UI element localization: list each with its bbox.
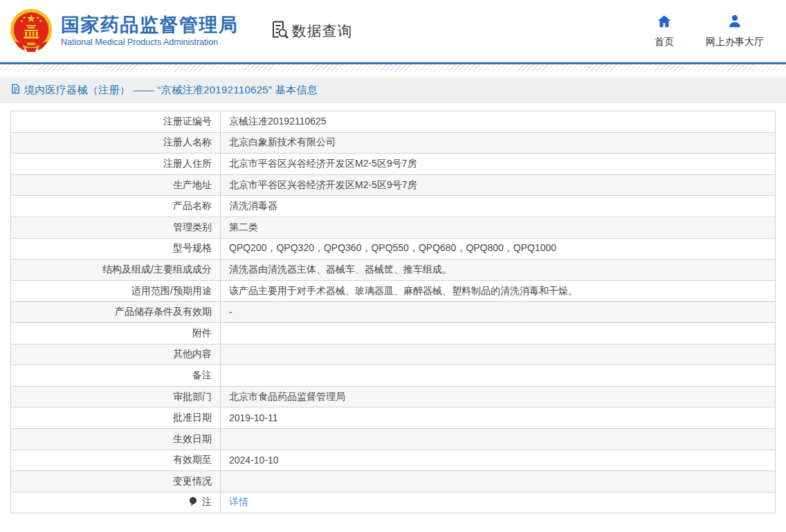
row-value: QPQ200，QPQ320，QPQ360，QPQ550，QPQ680，QPQ80… (229, 242, 556, 253)
document-icon (10, 84, 21, 97)
table-row: 产品名称 清洗消毒器 (11, 196, 776, 217)
row-value: 清洗器由清洗器主体、器械车、器械筐、推车组成。 (229, 264, 452, 275)
row-label: 适用范围/预期用途 (131, 285, 212, 296)
row-label: 结构及组成/主要组成成分 (102, 264, 212, 275)
table-row: 生产地址 北京市平谷区兴谷经济开发区M2-5区9号7房 (11, 174, 776, 196)
data-query-section[interactable]: 数据查询 (269, 19, 353, 43)
home-icon (657, 14, 672, 32)
site-title-block: 国家药品监督管理局 National Medical Products Admi… (61, 15, 239, 48)
table-row: 其他内容 (11, 344, 776, 365)
nav-item-service-hall[interactable]: 网上办事大厅 (706, 14, 764, 48)
table-row: 备注 (11, 365, 776, 387)
table-row: 结构及组成/主要组成成分 清洗器由清洗器主体、器械车、器械筐、推车组成。 (11, 259, 776, 281)
site-subtitle: National Medical Products Administration (61, 37, 239, 47)
nav-item-home[interactable]: 首页 (655, 14, 674, 48)
national-emblem-logo (8, 8, 54, 55)
detail-link[interactable]: 详情 (229, 496, 248, 507)
row-value: 清洗消毒器 (229, 200, 277, 211)
row-label: 变更情况 (173, 475, 212, 486)
row-label: 注册人名称 (163, 136, 212, 147)
table-row: 适用范围/预期用途 该产品主要用于对手术器械、玻璃器皿、麻醉器械、塑料制品的清洗… (11, 280, 776, 302)
breadcrumb-text: 境内医疗器械（注册） —— “京械注准20192110625” 基本信息 (24, 84, 318, 97)
nav-home-label: 首页 (655, 36, 674, 48)
row-label: 审批部门 (173, 391, 212, 402)
table-row: 产品储存条件及有效期 - (11, 302, 776, 323)
row-label: 批准日期 (173, 412, 212, 423)
row-label: 生效日期 (173, 433, 212, 444)
table-row: 注册人名称 北京白象新技术有限公司 (11, 132, 776, 154)
info-table-body: 注册证编号 京械注准20192110625 注册人名称 北京白象新技术有限公司 (11, 111, 776, 513)
row-label: 有效期至 (173, 454, 212, 465)
row-label: 注 (202, 496, 212, 507)
row-value: 该产品主要用于对手术器械、玻璃器皿、麻醉器械、塑料制品的清洗消毒和干燥。 (229, 285, 578, 296)
table-row: 注册证编号 京械注准20192110625 (11, 111, 776, 133)
row-value: 北京市平谷区兴谷经济开发区M2-5区9号7房 (229, 179, 417, 190)
table-row: 注 详情 (11, 492, 776, 513)
row-label: 产品名称 (173, 200, 212, 211)
page-header: 国家药品监督管理局 National Medical Products Admi… (0, 0, 786, 62)
row-value: 2019-10-11 (229, 412, 278, 423)
row-label: 附件 (192, 327, 212, 338)
note-icon (189, 496, 202, 507)
row-value: 北京市平谷区兴谷经济开发区M2-5区9号7房 (229, 158, 417, 169)
table-row: 审批部门 北京市食品药品监督管理局 (11, 386, 776, 407)
user-icon (727, 14, 742, 32)
row-value: 北京白象新技术有限公司 (229, 136, 336, 147)
table-row: 有效期至 2024-10-10 (11, 450, 776, 471)
top-nav: 首页 网上办事大厅 (655, 14, 764, 48)
row-value: 京械注准20192110625 (229, 116, 327, 127)
table-row: 生效日期 (11, 428, 776, 450)
document-search-icon (269, 19, 290, 43)
breadcrumb: 境内医疗器械（注册） —— “京械注准20192110625” 基本信息 (0, 77, 786, 103)
table-row: 批准日期 2019-10-11 (11, 407, 776, 429)
site-title: 国家药品监督管理局 (61, 15, 239, 36)
row-value: 2024-10-10 (229, 455, 279, 466)
row-value: 第二类 (229, 221, 258, 232)
table-row: 型号规格 QPQ200，QPQ320，QPQ360，QPQ550，QPQ680，… (11, 238, 776, 259)
table-row: 变更情况 (11, 471, 776, 493)
row-label: 产品储存条件及有效期 (115, 306, 212, 317)
table-row: 注册人住所 北京市平谷区兴谷经济开发区M2-5区9号7房 (11, 154, 776, 175)
registration-info-table: 注册证编号 京械注准20192110625 注册人名称 北京白象新技术有限公司 (10, 111, 776, 513)
row-label: 管理类别 (173, 221, 212, 232)
row-label: 注册人住所 (163, 158, 212, 169)
row-label: 生产地址 (173, 179, 212, 190)
row-label: 注册证编号 (163, 116, 212, 127)
row-label: 其他内容 (173, 348, 212, 359)
row-value: 北京市食品药品监督管理局 (229, 391, 345, 402)
row-label: 型号规格 (173, 242, 212, 253)
table-row: 附件 (11, 322, 776, 344)
header-divider (0, 62, 786, 71)
table-row: 管理类别 第二类 (11, 217, 776, 238)
row-value: - (229, 306, 232, 318)
nav-service-hall-label: 网上办事大厅 (706, 36, 764, 48)
data-query-label: 数据查询 (292, 21, 353, 41)
row-label: 备注 (192, 369, 212, 380)
